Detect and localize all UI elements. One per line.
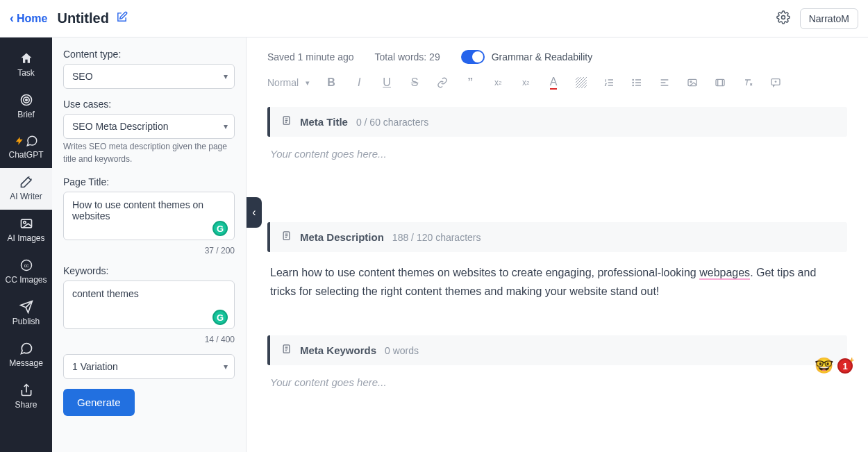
ordered-list-button[interactable] <box>603 76 615 89</box>
svg-point-10 <box>633 82 633 83</box>
rail-chatgpt[interactable]: ChatGPT <box>0 128 52 168</box>
svg-point-13 <box>690 81 692 83</box>
generate-button[interactable]: Generate <box>63 389 135 416</box>
svg-rect-8 <box>576 77 587 88</box>
content-type-select[interactable]: SEO <box>63 64 235 89</box>
nav-rail: Task Brief ChatGPT AI Writer AI Images c… <box>0 37 52 452</box>
meta-title-count: 0 / 60 characters <box>356 117 428 128</box>
quote-button[interactable]: ” <box>464 76 476 89</box>
svg-point-5 <box>23 221 25 224</box>
subscript-button[interactable]: x2 <box>492 76 504 89</box>
strike-button[interactable]: S <box>408 76 421 89</box>
collapse-panel-button[interactable]: ‹ <box>247 197 262 228</box>
meta-title-content[interactable]: Your content goes here... <box>267 147 847 160</box>
video-button[interactable] <box>714 76 726 89</box>
format-select[interactable]: Normal ▾ <box>267 77 310 88</box>
grammar-toggle[interactable] <box>461 50 485 64</box>
svg-rect-14 <box>716 79 724 85</box>
rail-message[interactable]: Message <box>0 335 52 376</box>
superscript-button[interactable]: x2 <box>519 76 532 89</box>
top-bar: ‹ Home Untitled NarratoM <box>0 0 868 37</box>
wand-icon <box>19 175 33 189</box>
share-icon <box>19 383 33 397</box>
use-cases-label: Use cases: <box>63 99 235 110</box>
suggestion-badge[interactable]: 1 <box>837 358 853 374</box>
edit-title-icon[interactable] <box>116 11 128 26</box>
svg-point-11 <box>633 85 633 85</box>
variation-select[interactable]: 1 Variation <box>63 354 235 379</box>
meta-keywords-block: Meta Keywords 0 words <box>267 335 847 365</box>
document-icon <box>281 344 292 357</box>
svg-rect-4 <box>21 219 31 228</box>
home-link[interactable]: ‹ Home <box>10 11 47 26</box>
meta-title-block: Meta Title 0 / 60 characters <box>267 107 847 137</box>
editor-toolbar: Normal ▾ B I U S ” x2 x2 A <box>267 76 847 89</box>
highlight-button[interactable] <box>575 76 587 89</box>
bold-button[interactable]: B <box>325 76 337 89</box>
align-button[interactable] <box>658 76 671 89</box>
document-icon <box>281 231 292 244</box>
meta-description-label: Meta Description <box>300 231 384 243</box>
settings-icon[interactable] <box>776 10 790 27</box>
page-title-label: Page Title: <box>63 176 235 187</box>
bolt-icon <box>15 135 24 147</box>
svg-point-0 <box>781 15 785 19</box>
rail-share[interactable]: Share <box>0 376 52 418</box>
image-icon <box>19 217 33 231</box>
word-count: Total words: 29 <box>375 51 440 62</box>
use-cases-select[interactable]: SEO Meta Description <box>63 114 235 139</box>
italic-button[interactable]: I <box>353 76 365 89</box>
meta-description-count: 188 / 120 characters <box>392 232 481 243</box>
chevron-left-icon: ‹ <box>10 11 14 26</box>
message-icon <box>19 342 33 355</box>
underline-button[interactable]: U <box>381 76 393 89</box>
meta-title-label: Meta Title <box>300 116 348 128</box>
grammar-toggle-label: Grammar & Readability <box>492 51 593 62</box>
text-color-button[interactable]: A <box>547 76 560 89</box>
grammarly-icon[interactable]: G <box>212 310 228 325</box>
account-selector[interactable]: NarratoM <box>800 8 858 29</box>
chevron-updown-icon: ▾ <box>306 78 310 87</box>
svg-point-9 <box>633 79 633 80</box>
document-title: Untitled <box>57 10 108 26</box>
content-type-label: Content type: <box>63 49 235 60</box>
svg-text:cc: cc <box>24 263 28 268</box>
rail-ai-writer[interactable]: AI Writer <box>0 168 52 210</box>
image-button[interactable] <box>686 76 699 89</box>
link-button[interactable] <box>436 76 449 89</box>
send-icon <box>19 300 33 314</box>
editor-area: Saved 1 minute ago Total words: 29 Gramm… <box>247 37 868 452</box>
keywords-label: Keywords: <box>63 265 235 276</box>
home-label: Home <box>17 12 47 25</box>
meta-keywords-content[interactable]: Your content goes here... <box>267 375 847 388</box>
keywords-counter: 14 / 400 <box>63 335 235 344</box>
page-title-counter: 37 / 200 <box>63 246 235 256</box>
ai-writer-panel: Content type: SEO ▾ Use cases: SEO Meta … <box>52 37 247 452</box>
cc-icon: cc <box>19 258 33 272</box>
grammar-error[interactable]: webpages <box>699 267 750 280</box>
meta-keywords-label: Meta Keywords <box>300 344 376 356</box>
meta-description-content[interactable]: Learn how to use content themes on websi… <box>267 262 847 301</box>
home-icon <box>19 51 33 65</box>
use-cases-helper: Writes SEO meta description given the pa… <box>63 140 235 165</box>
target-icon <box>19 93 33 107</box>
saved-status: Saved 1 minute ago <box>267 51 354 62</box>
comment-button[interactable] <box>769 76 782 89</box>
unordered-list-button[interactable] <box>631 76 643 89</box>
svg-rect-12 <box>688 79 696 85</box>
svg-point-3 <box>25 99 27 101</box>
emoji-icon[interactable]: 🤓 <box>815 357 833 375</box>
chat-icon <box>26 135 38 147</box>
keywords-input[interactable] <box>63 281 235 329</box>
grammarly-icon[interactable]: G <box>212 221 228 236</box>
rail-ai-images[interactable]: AI Images <box>0 210 52 251</box>
page-title-input[interactable] <box>63 192 235 240</box>
meta-keywords-count: 0 words <box>385 345 419 356</box>
rail-brief[interactable]: Brief <box>0 86 52 128</box>
rail-cc-images[interactable]: cc CC Images <box>0 251 52 293</box>
meta-description-block: Meta Description 188 / 120 characters <box>267 222 847 252</box>
document-icon <box>281 115 292 128</box>
rail-publish[interactable]: Publish <box>0 293 52 335</box>
clear-format-button[interactable] <box>742 76 754 89</box>
rail-task[interactable]: Task <box>0 44 52 86</box>
